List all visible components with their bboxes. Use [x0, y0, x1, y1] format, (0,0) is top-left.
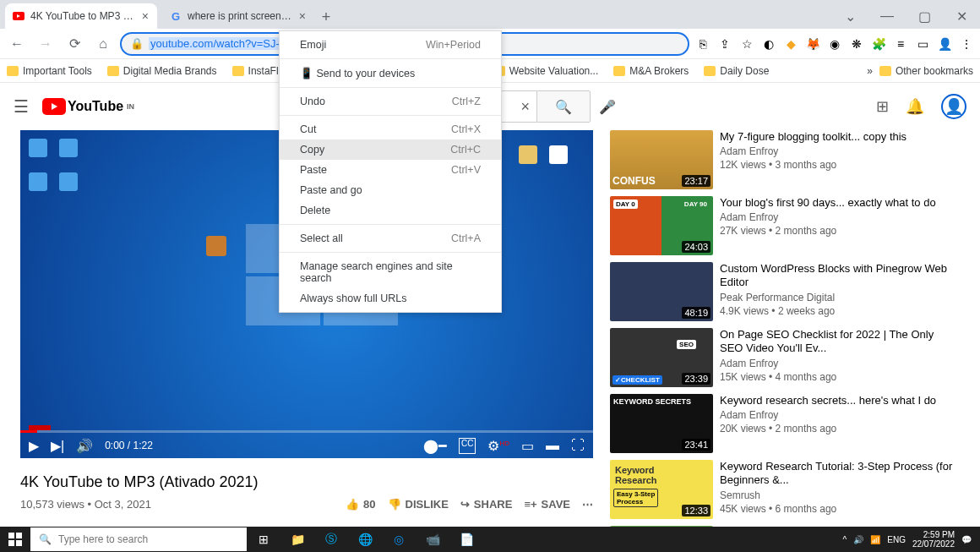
avatar[interactable]: 👤	[941, 94, 966, 119]
menu-icon[interactable]: ⋮	[958, 36, 975, 52]
browser-tab-inactive[interactable]: G where is print screen saved - Go... ×	[162, 3, 314, 29]
ext-icon[interactable]: 🦊	[804, 36, 821, 52]
ext-icon[interactable]: ◆	[782, 36, 799, 52]
language-indicator[interactable]: ENG	[887, 535, 906, 544]
volume-icon[interactable]: 🔊	[853, 535, 863, 544]
wifi-icon[interactable]: 📶	[870, 535, 880, 544]
windows-taskbar: 🔍 Type here to search ⊞ 📁 Ⓢ 🌐 ◎ 📹 📄 ^ 🔊 …	[0, 527, 980, 552]
google-favicon: G	[169, 9, 182, 23]
ext-icon[interactable]: ◉	[826, 36, 843, 52]
play-icon[interactable]: ▶	[29, 438, 39, 454]
bookmark-item[interactable]: M&A Brokers	[613, 65, 689, 77]
new-tab-button[interactable]: +	[314, 5, 338, 29]
player-time: 0:00 / 1:22	[105, 440, 153, 451]
context-menu-item[interactable]: UndoCtrl+Z	[280, 91, 501, 112]
next-icon[interactable]: ▶|	[51, 438, 64, 454]
recommended-item[interactable]: 48:19Custom WordPress Blocks with Pinegr…	[610, 262, 960, 321]
context-menu-item[interactable]: PasteCtrl+V	[280, 160, 501, 180]
miniplayer-icon[interactable]: ▭	[521, 438, 534, 454]
context-menu-item[interactable]: Always show full URLs	[280, 288, 501, 309]
svg-rect-3	[16, 540, 22, 546]
teamviewer-icon[interactable]: ◎	[382, 527, 416, 552]
extensions-icon[interactable]: 🧩	[870, 36, 887, 52]
lock-icon: 🔒	[130, 37, 144, 50]
taskbar-search[interactable]: 🔍 Type here to search	[30, 527, 247, 551]
video-title: 4K YouTube to MP3 (Ativado 2021)	[20, 473, 593, 491]
chrome-icon[interactable]: 🌐	[348, 527, 382, 552]
autoplay-toggle[interactable]: ⬤━	[423, 438, 447, 454]
notifications-icon[interactable]: 🔔	[906, 97, 924, 116]
context-menu-item[interactable]: Manage search engines and site search	[280, 256, 501, 288]
fullscreen-icon[interactable]: ⛶	[571, 438, 585, 454]
reload-button[interactable]: ⟳	[63, 32, 86, 56]
back-button[interactable]: ←	[5, 32, 29, 56]
bookmark-item[interactable]: Daily Dose	[704, 65, 769, 77]
recommended-item[interactable]: SEO✓CHECKLIST23:39On Page SEO Checklist …	[610, 328, 960, 387]
like-button[interactable]: 👍 80	[346, 498, 375, 511]
close-tab-icon[interactable]: ×	[297, 9, 308, 23]
more-icon[interactable]: ⋯	[582, 498, 593, 511]
recommended-item[interactable]: KeywordResearchEasy 3-StepProcess12:33Ke…	[610, 460, 960, 519]
youtube-logo[interactable]: YouTubeIN	[42, 98, 134, 115]
explorer-icon[interactable]: 📁	[280, 527, 314, 552]
browser-tab-active[interactable]: 4K YouTube to MP3 (Ativado 202... ×	[5, 3, 157, 29]
bookmark-item[interactable]: Website Valuation...	[493, 65, 599, 77]
close-icon[interactable]: ✕	[943, 3, 980, 29]
star-icon[interactable]: ☆	[738, 36, 755, 52]
recommended-item[interactable]: 23:17My 7-figure blogging toolkit... cop…	[610, 130, 960, 189]
overflow-icon[interactable]: »	[867, 65, 873, 77]
action-center-icon[interactable]: 💬	[961, 535, 972, 544]
profile-icon[interactable]: 👤	[936, 36, 953, 52]
forward-button: →	[34, 32, 57, 56]
other-bookmarks[interactable]: Other bookmarks	[879, 65, 973, 77]
cc-icon[interactable]: CC	[459, 438, 476, 454]
maximize-icon[interactable]: ▢	[906, 3, 943, 29]
tab-title: where is print screen saved - Go...	[188, 10, 292, 22]
home-button[interactable]: ⌂	[91, 32, 115, 56]
svg-rect-2	[8, 540, 14, 546]
task-view-icon[interactable]: ⊞	[247, 527, 280, 552]
search-button[interactable]: 🔍	[536, 90, 591, 123]
context-menu-item[interactable]: EmojiWin+Period	[280, 35, 501, 55]
bookmark-item[interactable]: Important Tools	[7, 65, 92, 77]
recommended-item[interactable]: 23:41Keyword research secrets... here's …	[610, 394, 960, 453]
context-menu-item[interactable]: CutCtrl+X	[280, 119, 501, 139]
tab-title: 4K YouTube to MP3 (Ativado 202...	[30, 10, 135, 22]
save-button[interactable]: ≡+ SAVE	[524, 498, 570, 511]
zoom-icon[interactable]: 📹	[416, 527, 449, 552]
svg-rect-0	[8, 533, 14, 538]
clock[interactable]: 2:59 PM22/07/2022	[912, 530, 955, 549]
install-icon[interactable]: ⎘	[694, 36, 711, 52]
tray-overflow-icon[interactable]: ^	[843, 535, 847, 544]
context-menu-item[interactable]: Select allCtrl+A	[280, 228, 501, 249]
ext-icon[interactable]: ◐	[760, 36, 777, 52]
context-menu-item[interactable]: Delete	[280, 200, 501, 221]
theater-icon[interactable]: ▬	[546, 438, 559, 454]
chevron-down-icon[interactable]: ⌄	[831, 3, 868, 29]
close-tab-icon[interactable]: ×	[140, 9, 150, 23]
share-button[interactable]: ↪ SHARE	[460, 498, 513, 511]
clear-icon[interactable]: ×	[521, 98, 531, 116]
create-icon[interactable]: ⊞	[876, 97, 889, 116]
context-menu-item[interactable]: CopyCtrl+C	[280, 139, 501, 160]
svg-rect-1	[16, 533, 22, 538]
ext-icon[interactable]: ≡	[892, 36, 909, 52]
minimize-icon[interactable]: —	[868, 3, 906, 29]
reader-icon[interactable]: ▭	[914, 36, 931, 52]
mic-icon[interactable]: 🎤	[591, 99, 624, 115]
context-menu: EmojiWin+Period📱 Send to your devicesUnd…	[279, 30, 502, 313]
notepad-icon[interactable]: 📄	[449, 527, 483, 552]
recommended-item[interactable]: DAY 0DAY 9024:03Your blog's first 90 day…	[610, 196, 960, 255]
youtube-favicon	[12, 9, 25, 23]
volume-icon[interactable]: 🔊	[76, 438, 93, 454]
start-button[interactable]	[0, 527, 30, 552]
dislike-button[interactable]: 👎 DISLIKE	[388, 498, 449, 511]
context-menu-item[interactable]: Paste and go	[280, 180, 501, 200]
skype-icon[interactable]: Ⓢ	[314, 527, 348, 552]
share-icon[interactable]: ⇪	[716, 36, 733, 52]
ext-icon[interactable]: ❋	[848, 36, 865, 52]
bookmark-item[interactable]: Digital Media Brands	[107, 65, 217, 77]
hamburger-icon[interactable]: ☰	[14, 96, 29, 117]
settings-icon[interactable]: ⚙HD	[487, 438, 509, 454]
context-menu-item[interactable]: 📱 Send to your devices	[280, 63, 501, 84]
